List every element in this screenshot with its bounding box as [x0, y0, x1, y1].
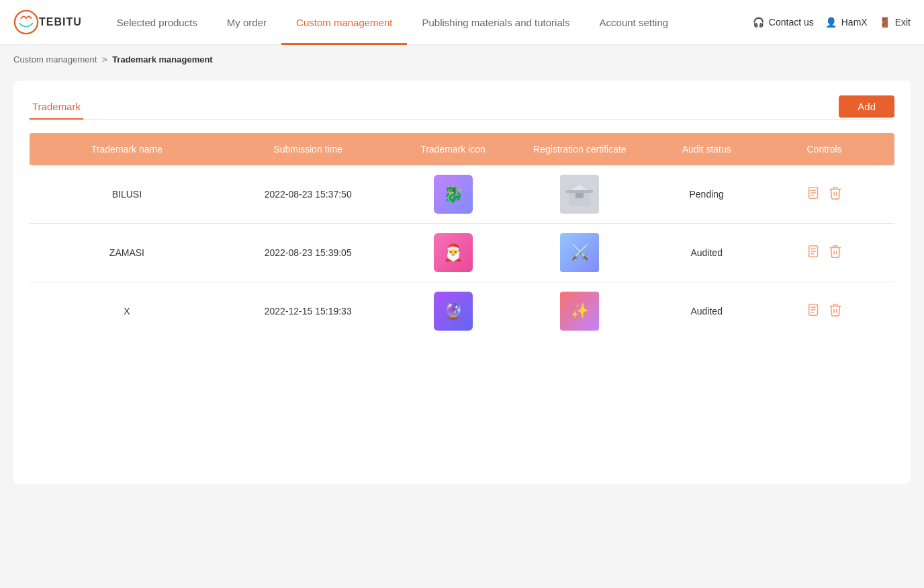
row2-icon: 🎅: [399, 233, 508, 272]
cert-icon-bilusi: [560, 175, 599, 214]
col-trademark-icon: Trademark icon: [399, 144, 508, 155]
logo-text: TEBITU: [39, 16, 82, 28]
row2-status: Audited: [652, 247, 761, 258]
user-account[interactable]: 👤 HamX: [825, 15, 868, 29]
table-row: ZAMASI 2022-08-23 15:39:05 🎅 ⚔️ Audited: [30, 224, 894, 282]
view-icon[interactable]: [806, 244, 821, 262]
row1-controls: [761, 185, 888, 204]
exit-button[interactable]: 🚪 Exit: [878, 15, 911, 29]
row3-controls: [761, 302, 888, 321]
breadcrumb: Custom management > Trademark management: [0, 45, 924, 74]
nav-account-setting[interactable]: Account setting: [585, 0, 684, 45]
col-trademark-name: Trademark name: [36, 144, 218, 155]
contact-us-link[interactable]: 🎧 Contact us: [752, 15, 814, 29]
row1-icon: 🐉: [399, 175, 508, 214]
main-nav: Selected products My order Custom manage…: [102, 0, 752, 45]
row1-status: Pending: [652, 189, 761, 200]
breadcrumb-parent[interactable]: Custom management: [13, 54, 97, 65]
main-content: Trademark Add Trademark name Submission …: [0, 74, 924, 497]
delete-icon[interactable]: [828, 302, 843, 321]
row2-controls: [761, 244, 888, 262]
breadcrumb-current: Trademark management: [112, 54, 213, 65]
header-right: 🎧 Contact us 👤 HamX 🚪 Exit: [752, 15, 911, 29]
row3-cert: ✨: [507, 292, 652, 331]
header: TEBITU Selected products My order Custom…: [0, 0, 924, 45]
row1-name: BILUSI: [36, 189, 218, 200]
row2-name: ZAMASI: [36, 247, 218, 258]
svg-point-0: [15, 11, 38, 34]
content-card: Trademark Add Trademark name Submission …: [13, 81, 911, 484]
cert-icon-zamasi: ⚔️: [560, 233, 599, 272]
cert-icon-x: ✨: [560, 292, 599, 331]
row3-status: Audited: [652, 306, 761, 317]
add-button[interactable]: Add: [839, 95, 894, 118]
table-row: X 2022-12-15 15:19:33 🔮 ✨ Audited: [30, 282, 894, 340]
row1-cert: [507, 175, 652, 214]
trademark-icon-zamasi: 🎅: [434, 233, 473, 272]
headphone-icon: 🎧: [752, 15, 766, 29]
controls-cell: [806, 302, 843, 321]
table-row: BILUSI 2022-08-23 15:37:50 🐉: [30, 165, 894, 224]
trademark-icon-x: 🔮: [434, 292, 473, 331]
col-submission-time: Submission time: [218, 144, 399, 155]
box-icon: [566, 182, 593, 206]
tab-trademark[interactable]: Trademark: [30, 94, 83, 119]
trademark-icon-bilusi: 🐉: [434, 175, 473, 214]
logo-icon: [13, 9, 39, 35]
svg-rect-4: [566, 190, 593, 193]
col-controls: Controls: [761, 144, 888, 155]
row1-time: 2022-08-23 15:37:50: [218, 189, 399, 200]
row2-cert: ⚔️: [507, 233, 652, 272]
row2-time: 2022-08-23 15:39:05: [218, 247, 399, 258]
col-audit-status: Audit status: [652, 144, 761, 155]
delete-icon[interactable]: [828, 244, 843, 262]
nav-my-order[interactable]: My order: [212, 0, 281, 45]
breadcrumb-separator: >: [102, 54, 107, 65]
tab-bar: Trademark Add: [30, 94, 894, 120]
col-registration-cert: Registration certificate: [507, 144, 652, 155]
row3-time: 2022-12-15 15:19:33: [218, 306, 399, 317]
nav-custom-management[interactable]: Custom management: [281, 0, 407, 45]
user-icon: 👤: [825, 15, 838, 29]
view-icon[interactable]: [806, 185, 821, 204]
row3-name: X: [36, 306, 218, 317]
nav-selected-products[interactable]: Selected products: [102, 0, 212, 45]
controls-cell: [806, 244, 843, 262]
nav-publishing-materials[interactable]: Publishing materials and tutorials: [407, 0, 584, 45]
exit-icon: 🚪: [878, 15, 892, 29]
controls-cell: [806, 185, 843, 204]
delete-icon[interactable]: [828, 185, 843, 204]
view-icon[interactable]: [806, 302, 821, 321]
row3-icon: 🔮: [399, 292, 508, 331]
logo[interactable]: TEBITU: [13, 9, 82, 35]
table-header: Trademark name Submission time Trademark…: [30, 133, 894, 165]
